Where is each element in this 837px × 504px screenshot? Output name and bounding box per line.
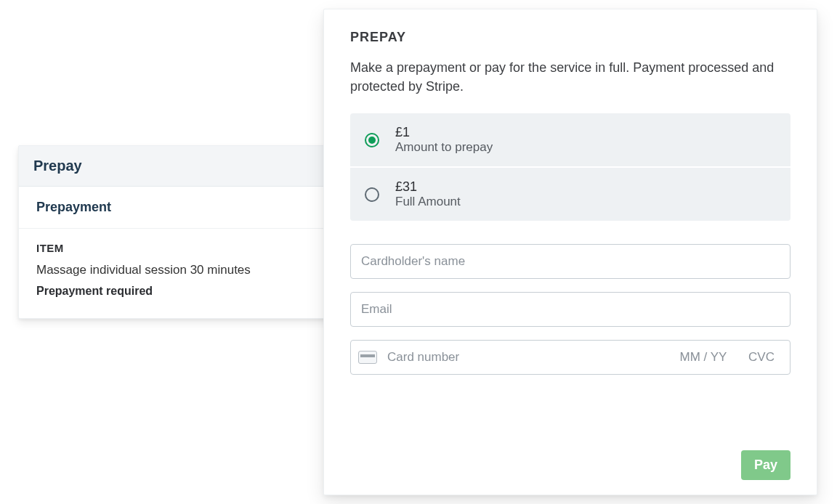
prepayment-required-note: Prepayment required (36, 285, 371, 298)
card-cvc-input[interactable] (743, 349, 780, 365)
prepay-form-title: PREPAY (350, 30, 790, 45)
pay-button[interactable]: Pay (741, 450, 790, 480)
payment-option-prepay[interactable]: £1 Amount to prepay (350, 113, 790, 168)
card-input-row[interactable] (350, 340, 790, 375)
option-amount: £1 (395, 125, 493, 140)
prepay-form-description: Make a prepayment or pay for the service… (350, 58, 790, 96)
item-column-label: ITEM (36, 242, 371, 254)
radio-selected-icon (365, 133, 379, 147)
payment-form (350, 244, 790, 375)
payment-option-full[interactable]: £31 Full Amount (350, 168, 790, 221)
email-input[interactable] (350, 292, 790, 327)
option-label: Amount to prepay (395, 140, 493, 155)
radio-unselected-icon (365, 187, 379, 202)
card-expiry-input[interactable] (671, 349, 736, 365)
card-number-input[interactable] (384, 350, 663, 365)
option-amount: £31 (395, 179, 461, 195)
prepay-form-card: PREPAY Make a prepayment or pay for the … (323, 9, 817, 495)
credit-card-icon (358, 351, 377, 364)
option-label: Full Amount (395, 195, 461, 209)
payment-option-group: £1 Amount to prepay £31 Full Amount (350, 113, 790, 221)
item-name: Massage individual session 30 minutes (36, 263, 371, 277)
cardholder-name-input[interactable] (350, 244, 790, 279)
